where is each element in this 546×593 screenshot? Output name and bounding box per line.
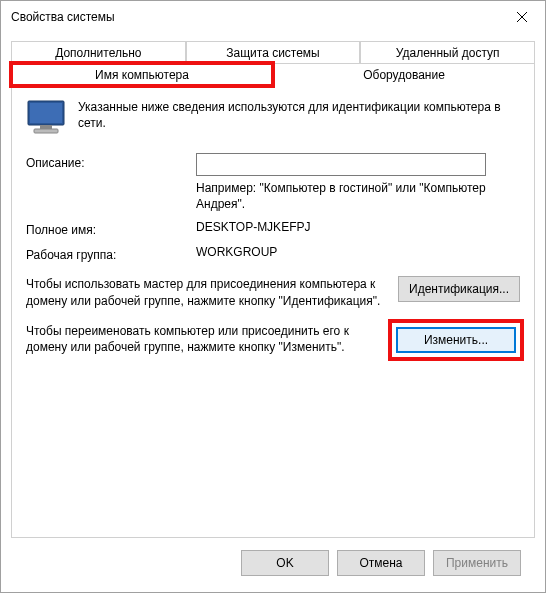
workgroup-value: WORKGROUP bbox=[196, 245, 520, 259]
close-icon bbox=[517, 12, 527, 22]
change-highlight: Изменить... bbox=[392, 323, 520, 357]
tabstrip: Дополнительно Защита системы Удаленный д… bbox=[11, 41, 535, 86]
close-button[interactable] bbox=[499, 1, 545, 33]
computer-icon bbox=[26, 99, 66, 135]
identify-text: Чтобы использовать мастер для присоедине… bbox=[26, 276, 386, 308]
change-button[interactable]: Изменить... bbox=[396, 327, 516, 353]
tab-panel-computer-name: Указанные ниже сведения используются для… bbox=[11, 85, 535, 538]
change-text: Чтобы переименовать компьютер или присое… bbox=[26, 323, 380, 355]
cancel-button[interactable]: Отмена bbox=[337, 550, 425, 576]
tab-hardware[interactable]: Оборудование bbox=[273, 63, 535, 86]
dialog-content: Дополнительно Защита системы Удаленный д… bbox=[1, 33, 545, 592]
description-label: Описание: bbox=[26, 153, 196, 170]
description-input[interactable] bbox=[196, 153, 486, 176]
tab-remote[interactable]: Удаленный доступ bbox=[360, 41, 535, 64]
window-title: Свойства системы bbox=[11, 10, 499, 24]
ok-button[interactable]: OK bbox=[241, 550, 329, 576]
apply-button[interactable]: Применить bbox=[433, 550, 521, 576]
svg-rect-4 bbox=[40, 125, 52, 129]
svg-rect-5 bbox=[34, 129, 58, 133]
dialog-buttons: OK Отмена Применить bbox=[11, 538, 535, 592]
tab-system-protection[interactable]: Защита системы bbox=[186, 41, 361, 64]
intro-text: Указанные ниже сведения используются для… bbox=[78, 99, 520, 135]
fullname-label: Полное имя: bbox=[26, 220, 196, 237]
tab-computer-name[interactable]: Имя компьютера bbox=[11, 63, 273, 86]
titlebar: Свойства системы bbox=[1, 1, 545, 33]
fullname-value: DESKTOP-MJKEFPJ bbox=[196, 220, 520, 234]
identify-button[interactable]: Идентификация... bbox=[398, 276, 520, 302]
workgroup-label: Рабочая группа: bbox=[26, 245, 196, 262]
description-hint: Например: "Компьютер в гостиной" или "Ко… bbox=[196, 180, 520, 212]
tab-advanced[interactable]: Дополнительно bbox=[11, 41, 186, 64]
svg-rect-3 bbox=[30, 103, 62, 123]
